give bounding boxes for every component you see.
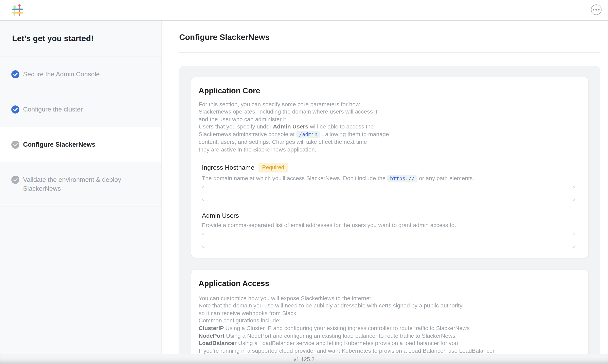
- ellipsis-menu-button[interactable]: [591, 4, 602, 15]
- admin-users-field-group: Admin Users Provide a comma-separated li…: [202, 211, 575, 248]
- sidebar-item-validate-deploy[interactable]: Validate the environment & deploy Slacke…: [0, 162, 161, 207]
- required-badge: Required: [259, 163, 288, 172]
- sidebar-item-label: Configure the cluster: [23, 105, 83, 114]
- ellipsis-icon: [593, 9, 594, 11]
- sidebar-item-label: Validate the environment & deploy Slacke…: [23, 175, 140, 193]
- check-circle-icon: [11, 105, 19, 114]
- card-description: For this section, you can specify some c…: [199, 100, 581, 153]
- field-help: The domain name at which you'll access S…: [202, 174, 575, 182]
- check-circle-icon: [11, 141, 19, 149]
- sidebar-item-configure-slackernews[interactable]: Configure SlackerNews: [0, 127, 161, 162]
- application-core-card: Application Core For this section, you c…: [191, 77, 588, 258]
- card-title: Application Core: [199, 86, 581, 95]
- app-version: v1.125.2: [293, 356, 315, 362]
- field-help: Provide a comma-separated list of email …: [202, 221, 575, 229]
- check-circle-icon: [11, 176, 19, 184]
- ingress-hostname-input[interactable]: [202, 186, 575, 201]
- ellipsis-icon: [596, 9, 597, 11]
- card-title: Application Access: [199, 279, 581, 288]
- title-divider: [179, 52, 600, 53]
- sidebar-item-label: Configure SlackerNews: [23, 140, 95, 149]
- main-content: Configure SlackerNews Application Core F…: [162, 20, 608, 364]
- check-circle-icon: [11, 70, 19, 78]
- top-header: [0, 0, 608, 21]
- field-label: Admin Users: [202, 211, 575, 220]
- sidebar-item-configure-cluster[interactable]: Configure the cluster: [0, 92, 161, 127]
- sidebar-item-secure-admin-console[interactable]: Secure the Admin Console: [0, 57, 161, 92]
- config-panel: Application Core For this section, you c…: [179, 66, 600, 364]
- application-access-card: Application Access You can customize how…: [191, 270, 588, 364]
- setup-steps-sidebar: Let's get you started! Secure the Admin …: [0, 20, 162, 364]
- footer: v1.125.2: [0, 354, 608, 364]
- ingress-hostname-field-group: Ingress HostnameRequired The domain name…: [202, 163, 575, 201]
- card-description: You can customize how you will expose Sl…: [199, 294, 581, 354]
- sidebar-title: Let's get you started!: [0, 20, 161, 57]
- sidebar-item-label: Secure the Admin Console: [23, 70, 100, 79]
- ellipsis-icon: [598, 9, 600, 11]
- page-title: Configure SlackerNews: [179, 32, 600, 42]
- field-label: Ingress HostnameRequired: [202, 163, 575, 173]
- setup-wizard-page: Let's get you started! Secure the Admin …: [0, 0, 608, 364]
- admin-users-input[interactable]: [202, 233, 575, 248]
- slackernews-logo-icon: [12, 4, 23, 17]
